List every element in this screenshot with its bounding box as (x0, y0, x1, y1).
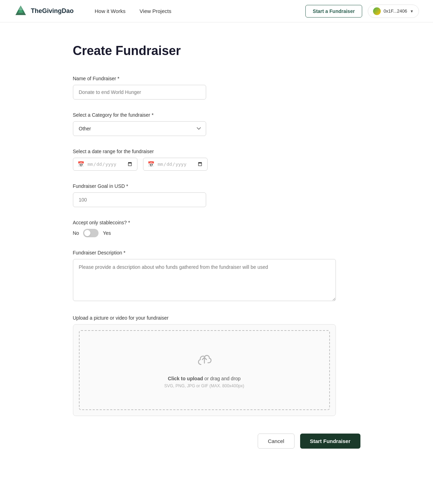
create-fundraiser-form: Name of Fundraiser * Select a Category f… (73, 76, 360, 449)
upload-cloud-icon (196, 352, 213, 370)
nav-links: How it Works View Projects (95, 8, 305, 14)
stablecoins-group: Accept only stablecoins? * No Yes (73, 220, 360, 237)
date-start-wrapper: 📅 (73, 158, 137, 171)
wallet-button[interactable]: 0x1F...2406 ▼ (368, 5, 419, 18)
wallet-address: 0x1F...2406 (384, 8, 407, 14)
page-title: Create Fundraiser (73, 43, 360, 58)
date-range-row: 📅 📅 (73, 158, 360, 171)
upload-container: Click to upload or drag and drop SVG, PN… (73, 324, 336, 416)
name-group: Name of Fundraiser * (73, 76, 360, 100)
date-end-wrapper: 📅 (143, 158, 208, 171)
toggle-no-label: No (73, 230, 79, 236)
chevron-down-icon: ▼ (410, 9, 414, 13)
toggle-yes-label: Yes (103, 230, 111, 236)
nav-link-view-projects[interactable]: View Projects (140, 8, 171, 14)
nav-start-fundraiser-button[interactable]: Start a Fundraiser (305, 5, 362, 18)
cancel-button[interactable]: Cancel (258, 434, 295, 449)
upload-group: Upload a picture or video for your fundr… (73, 315, 360, 416)
navbar-right: Start a Fundraiser 0x1F...2406 ▼ (305, 5, 419, 18)
toggle-row: No Yes (73, 229, 360, 237)
date-range-group: Select a date range for the fundraiser 📅… (73, 149, 360, 171)
wallet-avatar (373, 7, 381, 15)
upload-label: Upload a picture or video for your fundr… (73, 315, 360, 321)
date-start-input[interactable] (87, 161, 133, 167)
brand-link[interactable]: TheGivingDao (14, 5, 74, 18)
brand-logo-icon (14, 5, 27, 18)
upload-hint-text: SVG, PNG, JPG or GIF (MAX. 800x400px) (164, 383, 244, 388)
main-content: Create Fundraiser Name of Fundraiser * S… (59, 22, 374, 477)
category-label: Select a Category for the fundraiser * (73, 112, 360, 118)
name-input[interactable] (73, 85, 206, 100)
goal-group: Fundraiser Goal in USD * (73, 183, 360, 207)
description-group: Fundraiser Description * (73, 250, 360, 302)
nav-link-how-it-works[interactable]: How it Works (95, 8, 126, 14)
category-group: Select a Category for the fundraiser * E… (73, 112, 360, 136)
date-end-input[interactable] (157, 161, 203, 167)
form-actions: Cancel Start Fundraiser (73, 434, 360, 449)
submit-button[interactable]: Start Fundraiser (300, 434, 360, 449)
calendar-start-icon: 📅 (77, 161, 84, 168)
goal-input[interactable] (73, 192, 206, 207)
toggle-slider (83, 229, 99, 237)
description-textarea[interactable] (73, 259, 336, 301)
goal-label: Fundraiser Goal in USD * (73, 183, 360, 189)
brand-name: TheGivingDao (31, 7, 74, 15)
svg-marker-3 (19, 6, 23, 10)
calendar-end-icon: 📅 (148, 161, 155, 168)
category-select[interactable]: Education Health Environment Disaster Re… (73, 121, 206, 136)
name-label: Name of Fundraiser * (73, 76, 360, 81)
navbar: TheGivingDao How it Works View Projects … (0, 0, 433, 22)
upload-click-text: Click to upload or drag and drop (168, 376, 241, 381)
stablecoins-label: Accept only stablecoins? * (73, 220, 360, 225)
date-label: Select a date range for the fundraiser (73, 149, 360, 154)
description-label: Fundraiser Description * (73, 250, 360, 256)
stablecoins-toggle[interactable] (83, 229, 99, 237)
upload-dropzone[interactable]: Click to upload or drag and drop SVG, PN… (79, 330, 330, 410)
